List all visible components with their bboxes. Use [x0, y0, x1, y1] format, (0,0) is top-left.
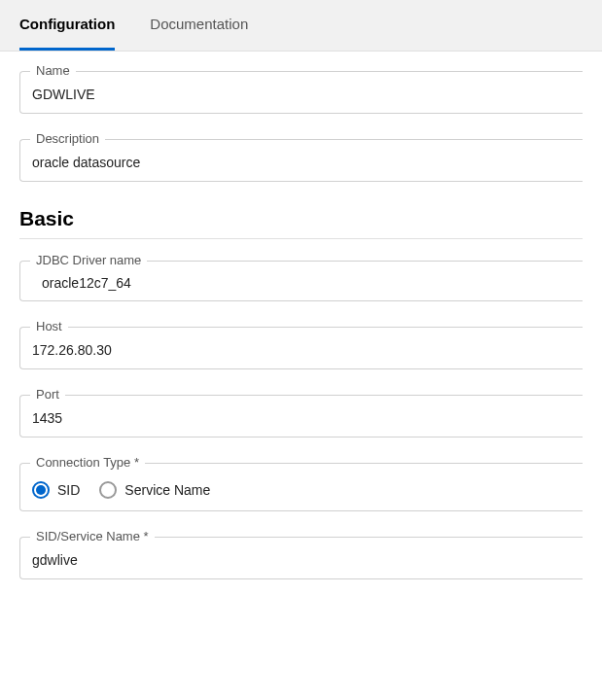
- field-group-host: Host: [19, 327, 583, 369]
- radio-icon: [99, 481, 117, 499]
- label-sid-service: SID/Service Name *: [30, 529, 155, 543]
- section-title-basic: Basic: [19, 207, 583, 230]
- input-port[interactable]: [32, 410, 571, 426]
- radio-icon: [32, 481, 50, 499]
- field-group-connection-type: Connection Type * SID Service Name: [19, 463, 583, 511]
- content-area: Name Description Basic JDBC Driver name …: [0, 52, 602, 579]
- radio-inner-icon: [36, 485, 46, 495]
- value-jdbc-driver[interactable]: oracle12c7_64: [32, 275, 571, 291]
- field-group-jdbc-driver: JDBC Driver name oracle12c7_64: [19, 261, 583, 301]
- radio-label-sid: SID: [57, 482, 80, 498]
- label-connection-type: Connection Type *: [30, 455, 145, 470]
- field-group-name: Name: [19, 71, 583, 114]
- field-group-description: Description: [19, 139, 583, 182]
- tab-configuration[interactable]: Configuration: [19, 0, 115, 51]
- tab-documentation[interactable]: Documentation: [150, 0, 248, 51]
- section-divider: [19, 238, 583, 239]
- label-jdbc-driver: JDBC Driver name: [30, 253, 147, 267]
- field-group-port: Port: [19, 395, 583, 438]
- input-host[interactable]: [32, 342, 571, 358]
- label-host: Host: [30, 319, 68, 333]
- input-sid-service[interactable]: [32, 552, 571, 568]
- label-description: Description: [30, 131, 105, 146]
- input-name[interactable]: [32, 87, 571, 102]
- label-port: Port: [30, 387, 65, 402]
- label-name: Name: [30, 63, 76, 78]
- radio-option-service-name[interactable]: Service Name: [99, 481, 210, 499]
- input-description[interactable]: [32, 155, 571, 170]
- radio-group-connection-type: SID Service Name: [32, 477, 571, 501]
- radio-option-sid[interactable]: SID: [32, 481, 80, 499]
- radio-label-service-name: Service Name: [124, 482, 210, 498]
- tab-bar: Configuration Documentation: [0, 0, 602, 52]
- field-group-sid-service: SID/Service Name *: [19, 537, 583, 579]
